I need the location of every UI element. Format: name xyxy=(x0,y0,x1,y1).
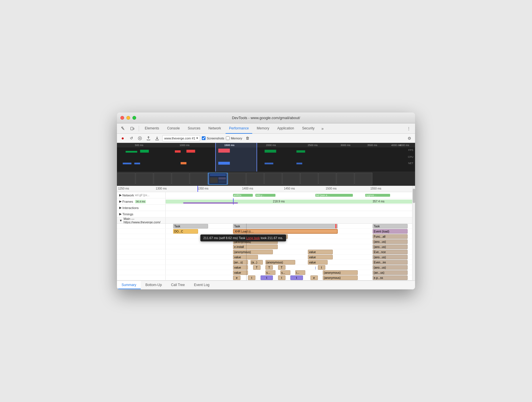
maximize-button[interactable] xyxy=(132,116,136,120)
flame-anonymous-10[interactable]: (anonymous) xyxy=(323,270,358,275)
flame-anonymous-11[interactable]: (anonymous) xyxy=(323,275,358,280)
screenshot-thumb[interactable] xyxy=(136,173,153,185)
network-entry-bid[interactable]: bid (aax.a… xyxy=(315,194,353,197)
reload-record-button[interactable]: ↺ xyxy=(128,135,135,142)
flame-doc[interactable]: DO...C xyxy=(173,229,198,234)
flame-e-11b[interactable]: e xyxy=(310,275,318,280)
tab-network[interactable]: Network xyxy=(205,123,224,134)
frames-timing-1: 36.4 ms xyxy=(135,200,146,203)
flamechart-row-1: Task Task Task xyxy=(117,224,415,229)
flame-t-11b[interactable]: t xyxy=(278,275,285,280)
flame-s-10a[interactable]: s... xyxy=(265,270,275,275)
screenshots-checkbox[interactable]: Screenshots xyxy=(202,136,224,140)
flame-value-9[interactable]: value xyxy=(233,265,248,270)
record-button[interactable]: ● xyxy=(119,135,126,142)
timings-expand-icon[interactable]: ▶ xyxy=(119,212,122,216)
flame-task-1c[interactable]: Task xyxy=(373,224,408,228)
flame-i-10[interactable]: i... xyxy=(295,270,305,275)
profile-selector[interactable]: www.theverge.com #1 ▾ xyxy=(162,135,200,141)
flame-a-8[interactable]: (a...) xyxy=(251,260,263,265)
flame-e-11a[interactable]: e xyxy=(233,275,240,280)
more-tabs-button[interactable]: » xyxy=(319,123,326,134)
frames-expand-icon[interactable]: ▶ xyxy=(119,200,122,203)
flame-evenire[interactable]: Even...ire xyxy=(373,260,408,265)
screenshot-thumb[interactable] xyxy=(246,173,264,185)
tab-elements[interactable]: Elements xyxy=(141,123,163,134)
interactions-expand-icon[interactable]: ▶ xyxy=(119,206,122,210)
screenshot-thumb[interactable] xyxy=(337,173,354,185)
flame-anonymous-6[interactable]: (anonymous) xyxy=(233,250,273,254)
flame-evence[interactable]: Eve...nce xyxy=(373,250,408,254)
delete-recording-button[interactable]: 🗑 xyxy=(244,135,251,142)
flame-ano-us-5[interactable]: (ano...us) xyxy=(373,245,408,249)
flame-anus-10[interactable]: (an...us) xyxy=(373,270,408,275)
minimize-button[interactable] xyxy=(126,116,130,120)
tab-call-tree[interactable]: Call Tree xyxy=(167,281,189,289)
screenshot-thumb[interactable] xyxy=(228,173,246,185)
upload-profile-button[interactable] xyxy=(145,135,152,142)
vertical-scrollbar[interactable] xyxy=(412,186,415,280)
flame-ano-us-4[interactable]: (ano...us) xyxy=(373,239,408,244)
flame-xhr-load[interactable]: XHR Load (c… xyxy=(233,229,338,234)
screenshot-thumb[interactable] xyxy=(282,173,300,185)
flame-ano-us-9[interactable]: (ano...us) xyxy=(373,265,408,270)
devtools-menu-button[interactable]: ⋮ xyxy=(405,125,413,133)
flame-t-colored-11a[interactable]: t xyxy=(261,275,273,280)
flame-ano-us-7[interactable]: (ano...us) xyxy=(373,255,408,259)
flame-s-10b[interactable]: s... xyxy=(280,270,290,275)
tab-sources[interactable]: Sources xyxy=(184,123,204,134)
flame-t-colored-11b[interactable]: t xyxy=(290,275,303,280)
tab-bottom-up[interactable]: Bottom-Up xyxy=(141,281,166,289)
flame-value-6[interactable]: value xyxy=(308,250,333,254)
screenshot-thumb[interactable] xyxy=(318,173,336,185)
flame-event-load[interactable]: Event (load) xyxy=(373,229,408,234)
flame-value-10[interactable]: value xyxy=(233,270,248,275)
network-entry-cygnus[interactable]: cygnus… xyxy=(365,194,390,197)
flame-value-7a[interactable]: value xyxy=(233,255,258,259)
network-sub-label: xel.gif (px... xyxy=(135,194,149,197)
flame-task-1a[interactable]: Task xyxy=(173,224,208,228)
screenshot-thumb[interactable] xyxy=(300,173,318,185)
flame-t-11a[interactable]: t xyxy=(248,275,255,280)
flame-epss[interactable]: e.p...ss xyxy=(373,275,408,280)
screenshot-thumb[interactable] xyxy=(154,173,171,185)
network-expand-icon[interactable]: ▶ xyxy=(119,193,122,197)
memory-checkbox[interactable]: Memory xyxy=(226,136,242,140)
flame-ans-8[interactable]: (an...s) xyxy=(233,260,248,265)
flame-T-9b[interactable]: T xyxy=(265,265,273,270)
tab-event-log[interactable]: Event Log xyxy=(189,281,214,289)
network-entry-aHR0c[interactable]: aHR0c xyxy=(233,194,253,197)
main-expand-icon[interactable]: ▼ xyxy=(119,219,122,222)
flame-task-1b[interactable]: Task xyxy=(233,224,338,228)
screenshot-thumb-highlighted[interactable] xyxy=(208,173,228,185)
scrollbar-thumb[interactable] xyxy=(413,189,415,203)
screenshot-thumb[interactable] xyxy=(190,173,208,185)
network-entry-M6Ly[interactable]: M6Ly... xyxy=(255,194,275,197)
screenshot-thumb[interactable] xyxy=(264,173,282,185)
flame-value-7b[interactable]: value xyxy=(308,255,333,259)
flame-T-9a[interactable]: T xyxy=(253,265,261,270)
tab-security[interactable]: Security xyxy=(299,123,318,134)
flame-value-8[interactable]: value xyxy=(308,260,328,265)
screenshot-thumb[interactable] xyxy=(118,173,135,185)
tab-summary[interactable]: Summary xyxy=(117,281,141,289)
tab-console[interactable]: Console xyxy=(164,123,183,134)
flame-t-9[interactable]: t xyxy=(318,265,325,270)
flame-func-all[interactable]: Func...all xyxy=(373,234,408,239)
tooltip-long-task[interactable]: Long task xyxy=(246,236,260,240)
svg-rect-6 xyxy=(175,150,181,153)
settings-button[interactable]: ⚙ xyxy=(406,135,413,142)
flame-anonymous-8[interactable]: (anonymous) xyxy=(265,260,295,265)
clear-button[interactable] xyxy=(136,135,143,142)
tab-performance[interactable]: Performance xyxy=(226,123,252,134)
screenshot-thumb[interactable] xyxy=(355,173,372,185)
flame-einstall[interactable]: e.install xyxy=(233,245,278,249)
tab-application[interactable]: Application xyxy=(274,123,298,134)
inspect-icon[interactable] xyxy=(119,125,127,133)
device-toggle-icon[interactable] xyxy=(128,125,136,133)
close-button[interactable] xyxy=(120,116,124,120)
flame-T-9c[interactable]: T xyxy=(278,265,285,270)
tab-memory[interactable]: Memory xyxy=(253,123,273,134)
download-profile-button[interactable] xyxy=(154,135,161,142)
screenshot-thumb[interactable] xyxy=(172,173,189,185)
